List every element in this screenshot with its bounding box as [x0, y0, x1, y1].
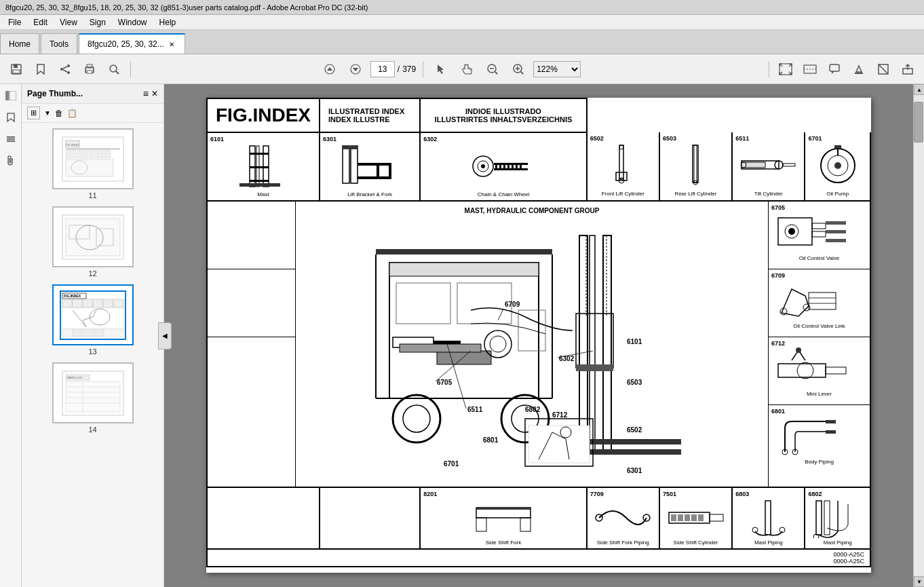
- svg-rect-82: [343, 146, 349, 183]
- svg-point-144: [484, 330, 512, 358]
- zoom-in-button[interactable]: [507, 58, 529, 80]
- search-button[interactable]: [103, 58, 125, 80]
- thumbnail-item-13[interactable]: FIG.INDEX: [27, 284, 158, 356]
- page-down-button[interactable]: [345, 58, 366, 80]
- thumbnail-label-13: 13: [88, 347, 96, 356]
- page-up-button[interactable]: [319, 58, 341, 80]
- print-button[interactable]: [79, 58, 100, 80]
- right-part-6801: 6801: [769, 405, 870, 487]
- save-button[interactable]: [5, 58, 27, 80]
- svg-rect-100: [520, 165, 522, 168]
- part-img-6101: [236, 143, 290, 190]
- tab-home[interactable]: Home: [0, 33, 39, 54]
- part-cell-6511: 6511 Tilt Cylinder: [732, 132, 805, 201]
- svg-rect-81: [239, 183, 280, 187]
- svg-line-7: [63, 70, 67, 72]
- menu-file[interactable]: File: [3, 16, 26, 29]
- thumbnail-image-14: PARTS LIST: [52, 362, 134, 423]
- bookmarks-icon[interactable]: [2, 109, 20, 126]
- hand-tool[interactable]: [456, 58, 478, 80]
- svg-rect-198: [710, 514, 723, 521]
- bookmark-button[interactable]: [30, 58, 52, 80]
- cursor-tool[interactable]: [430, 58, 452, 80]
- menu-window[interactable]: Window: [113, 16, 153, 29]
- right-part-num-6705: 6705: [771, 204, 867, 211]
- svg-text:6709: 6709: [505, 301, 520, 308]
- page-number-input[interactable]: 13: [370, 61, 395, 77]
- right-scrollbar[interactable]: ▲ ▼: [913, 84, 924, 587]
- right-part-img-6801: [771, 415, 853, 459]
- scroll-down-button[interactable]: ▼: [914, 576, 924, 587]
- svg-rect-128: [389, 263, 539, 276]
- svg-point-134: [403, 405, 430, 432]
- thumbnail-label-11: 11: [88, 191, 96, 200]
- panel-chevron-icon[interactable]: ▼: [44, 109, 51, 117]
- panel-extract-icon[interactable]: 📋: [67, 109, 77, 118]
- svg-rect-55: [73, 299, 82, 307]
- svg-line-21: [521, 72, 523, 74]
- bottom-part-8201: 8201 Side Shift Fork: [420, 487, 586, 549]
- tab-close-icon[interactable]: ✕: [167, 39, 176, 49]
- tab-tools[interactable]: Tools: [41, 33, 77, 54]
- svg-rect-54: [62, 299, 72, 307]
- scroll-track[interactable]: [914, 95, 924, 576]
- scroll-thumb[interactable]: [914, 102, 923, 143]
- part-num-6503: 6503: [663, 135, 729, 142]
- share-button[interactable]: [54, 58, 76, 80]
- attachments-icon[interactable]: [2, 152, 20, 170]
- svg-point-180: [797, 362, 813, 379]
- svg-rect-199: [765, 501, 771, 535]
- part-label-6511: Tilt Cylinder: [735, 191, 801, 197]
- svg-rect-33: [7, 138, 15, 140]
- svg-rect-195: [685, 514, 690, 521]
- bottom-part-img-8201: [473, 497, 534, 538]
- panel-title: Page Thumb...: [27, 89, 83, 98]
- comment-button[interactable]: [824, 58, 845, 80]
- panel-options-icon[interactable]: ≡: [143, 88, 149, 99]
- side-panel: [0, 84, 22, 587]
- main-diagram-svg: 6709 6705 6511: [335, 208, 729, 480]
- layers-icon[interactable]: [2, 130, 20, 148]
- menu-view[interactable]: View: [54, 16, 83, 29]
- menu-edit[interactable]: Edit: [28, 16, 53, 29]
- panel-close-icon[interactable]: ✕: [151, 89, 158, 98]
- panel-grid-icon[interactable]: ⊞: [27, 107, 40, 119]
- thumbnail-item-14[interactable]: PARTS LIST 14: [27, 362, 158, 434]
- left-panel: Page Thumb... ≡ ✕ ⊞ ▼ 🗑 📋 FIG.INDEX: [22, 84, 164, 587]
- zoom-out-button[interactable]: [482, 58, 503, 80]
- panel-delete-icon[interactable]: 🗑: [55, 109, 63, 118]
- fit-page-button[interactable]: [775, 58, 796, 80]
- tab-document[interactable]: 8fgcu20, 25, 30, 32... ✕: [79, 33, 185, 54]
- svg-rect-94: [495, 165, 497, 168]
- svg-text:6503: 6503: [627, 379, 642, 386]
- toolbar: 13 / 379 50% 75% 100% 122% 150% 200%: [0, 54, 924, 84]
- svg-point-145: [490, 336, 506, 352]
- svg-rect-97: [507, 165, 509, 168]
- menu-sign[interactable]: Sign: [84, 16, 111, 29]
- bottom-part-label-7501: Side Shift Cylinder: [663, 539, 729, 546]
- export-button[interactable]: [897, 58, 919, 80]
- svg-rect-46: [66, 219, 120, 256]
- part-label-6101: Mast: [210, 191, 316, 197]
- svg-rect-92: [494, 163, 528, 165]
- svg-rect-106: [693, 145, 698, 183]
- svg-point-115: [834, 162, 841, 169]
- fit-width-button[interactable]: [799, 58, 821, 80]
- bottom-part-7501: 7501 Side Shift Cylinder: [659, 487, 732, 549]
- svg-point-181: [796, 347, 801, 353]
- scroll-up-button[interactable]: ▲: [914, 84, 924, 95]
- zoom-dropdown[interactable]: 50% 75% 100% 122% 150% 200%: [533, 61, 581, 77]
- panel-collapse-button[interactable]: ◀: [158, 322, 172, 349]
- svg-rect-169: [826, 230, 846, 233]
- bottom-part-img-7501: [666, 497, 727, 538]
- pdf-content-area[interactable]: FIG.INDEX ILLUSTRATED INDEX INDEX ILLUST…: [164, 84, 913, 587]
- redact-button[interactable]: [872, 58, 894, 80]
- panel-toggle-icon[interactable]: [2, 87, 20, 105]
- main-area: Page Thumb... ≡ ✕ ⊞ ▼ 🗑 📋 FIG.INDEX: [0, 84, 924, 587]
- right-part-img-6712: [771, 347, 853, 391]
- thumbnail-item-12[interactable]: 12: [27, 206, 158, 278]
- thumbnail-item-11[interactable]: FIG.INDEX 11: [27, 128, 158, 200]
- menu-help[interactable]: Help: [154, 16, 182, 29]
- svg-rect-40: [77, 150, 88, 158]
- highlight-button[interactable]: [848, 58, 870, 80]
